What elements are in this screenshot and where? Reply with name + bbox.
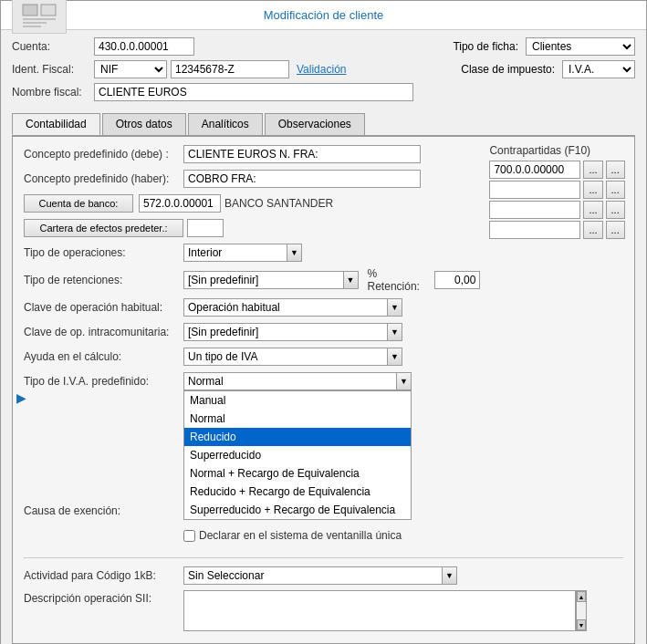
window-header: Modificación de cliente — [1, 1, 646, 30]
ayuda-calculo-dropdown[interactable]: Un tipo de IVA ▼ — [183, 348, 402, 366]
iva-option-reducido[interactable]: Reducido — [184, 428, 411, 446]
bank-info: BANCO SANTANDER — [139, 194, 333, 213]
clase-impuesto-section: Clase de impuesto: I.V.A. — [461, 60, 635, 78]
concepto-debe-label: Concepto predefinido (debe) : — [24, 148, 183, 161]
descripcion-scrollbar[interactable]: ▲ ▼ — [576, 590, 587, 631]
iva-option-superreducido-recargo[interactable]: Superreducido + Recargo de Equivalencia — [184, 501, 411, 519]
tipo-operaciones-label: Tipo de operaciones: — [24, 246, 183, 259]
cuenta-row: Cuenta: Tipo de ficha: Clientes — [12, 37, 635, 56]
clave-intra-dropdown[interactable]: [Sin predefinir] ▼ — [183, 323, 402, 341]
declarar-ventanilla-row: Declarar en el sistema de ventanilla úni… — [24, 525, 480, 545]
retencion-label: % Retención: — [368, 267, 428, 293]
actividad-dropdown[interactable]: Sin Seleccionar ▼ — [183, 566, 457, 585]
cartera-button[interactable]: Cartera de efectos predeter.: — [24, 219, 183, 237]
contra-btn-4a[interactable]: ... — [583, 221, 602, 239]
contra-row-2: ... ... — [489, 181, 624, 199]
contra-btn-2b[interactable]: ... — [606, 181, 625, 199]
bank-code-input[interactable] — [139, 194, 221, 213]
iva-option-normal-recargo[interactable]: Normal + Recargo de Equivalencia — [184, 464, 411, 483]
ayuda-calculo-row: Ayuda en el cálculo: Un tipo de IVA ▼ — [24, 347, 480, 367]
concepto-haber-input[interactable] — [183, 170, 421, 188]
tipo-ficha-label: Tipo de ficha: — [453, 40, 518, 53]
app-logo — [12, 0, 67, 34]
clave-operacion-arrow[interactable]: ▼ — [387, 299, 402, 316]
nombre-fiscal-input[interactable] — [94, 83, 413, 101]
contra-input-3[interactable] — [489, 201, 580, 219]
tipo-iva-value: Normal — [184, 373, 396, 390]
tipo-ficha-select[interactable]: Clientes — [526, 37, 635, 56]
clave-operacion-row: Clave de operación habitual: Operación h… — [24, 297, 480, 317]
contra-row-3: ... ... — [489, 201, 624, 219]
tab-analiticos[interactable]: Analíticos — [188, 113, 263, 135]
tipo-retenciones-value: [Sin predefinir] — [184, 272, 343, 288]
contra-btn-3b[interactable]: ... — [606, 201, 625, 219]
scrollbar-down[interactable]: ▼ — [577, 619, 586, 630]
contra-btn-4b[interactable]: ... — [606, 221, 625, 239]
tipo-operaciones-row: Tipo de operaciones: Interior ▼ — [24, 243, 480, 263]
contra-input-2[interactable] — [489, 181, 580, 199]
contra-btn-1a[interactable]: ... — [583, 161, 602, 179]
tipo-ficha-section: Tipo de ficha: Clientes — [453, 37, 635, 56]
concepto-debe-row: Concepto predefinido (debe) : — [24, 144, 480, 164]
tab-otros-datos[interactable]: Otros datos — [102, 113, 186, 135]
clave-operacion-dropdown[interactable]: Operación habitual ▼ — [183, 298, 402, 317]
declarar-ventanilla-label: Declarar en el sistema de ventanilla úni… — [199, 529, 402, 542]
clave-operacion-label: Clave de operación habitual: — [24, 301, 183, 314]
clase-impuesto-select[interactable]: I.V.A. — [562, 60, 635, 78]
cartera-row: Cartera de efectos predeter.: — [24, 218, 480, 238]
clave-intra-arrow[interactable]: ▼ — [387, 324, 402, 340]
tab-observaciones[interactable]: Observaciones — [265, 113, 365, 135]
svg-rect-1 — [41, 5, 56, 16]
tipo-retenciones-row: Tipo de retenciones: [Sin predefinir] ▼ … — [24, 267, 480, 293]
retencion-input[interactable] — [434, 271, 480, 289]
descripcion-area: ▲ ▼ — [183, 590, 587, 631]
tipo-operaciones-value: Interior — [184, 244, 287, 261]
actividad-value: Sin Seleccionar — [184, 567, 442, 584]
ident-fiscal-input[interactable] — [171, 60, 289, 78]
ident-fiscal-type-select[interactable]: NIF — [94, 60, 167, 78]
clave-intra-label: Clave de op. intracomunitaria: — [24, 326, 183, 338]
descripcion-textarea[interactable] — [183, 590, 576, 631]
clase-impuesto-label: Clase de impuesto: — [461, 63, 555, 76]
contra-btn-1b[interactable]: ... — [606, 161, 625, 179]
cuenta-input[interactable] — [94, 37, 194, 56]
iva-option-superreducido[interactable]: Superreducido — [184, 446, 411, 464]
tab-contabilidad[interactable]: Contabilidad — [12, 113, 100, 135]
contra-input-4[interactable] — [489, 221, 580, 239]
causa-exencion-label: Causa de exención: — [24, 504, 183, 517]
actividad-row: Actividad para Código 1kB: Sin Seleccion… — [24, 566, 623, 586]
concepto-haber-label: Concepto predefinido (haber): — [24, 172, 183, 185]
concepto-debe-input[interactable] — [183, 145, 421, 163]
ayuda-calculo-value: Un tipo de IVA — [184, 348, 387, 365]
contra-row-4: ... ... — [489, 221, 624, 239]
tipo-iva-arrow[interactable]: ▼ — [396, 373, 411, 390]
declarar-ventanilla-checkbox[interactable] — [183, 530, 195, 542]
main-window: Modificación de cliente Cuenta: Tipo de … — [0, 0, 647, 644]
tipo-iva-dropdown-container: Normal ▼ Manual Normal Reducido Superred… — [183, 372, 412, 390]
clave-intra-row: Clave de op. intracomunitaria: [Sin pred… — [24, 322, 480, 342]
validacion-link[interactable]: Validación — [297, 63, 346, 76]
actividad-arrow[interactable]: ▼ — [442, 567, 456, 584]
cuenta-banco-row: Cuenta de banco: BANCO SANTANDER — [24, 193, 480, 213]
right-column: Contrapartidas (F10) ... ... ... ... ... — [489, 144, 624, 550]
tipo-iva-dropdown[interactable]: Normal ▼ — [183, 372, 412, 390]
cartera-input[interactable] — [187, 219, 224, 237]
cuenta-banco-button[interactable]: Cuenta de banco: — [24, 194, 133, 213]
scrollbar-up[interactable]: ▲ — [577, 591, 586, 602]
contra-input-1[interactable] — [489, 161, 580, 179]
contra-btn-3a[interactable]: ... — [583, 201, 602, 219]
left-column: Concepto predefinido (debe) : Concepto p… — [24, 144, 480, 550]
ayuda-calculo-arrow[interactable]: ▼ — [387, 348, 402, 365]
iva-option-reducido-recargo[interactable]: Reducido + Recargo de Equivalencia — [184, 483, 411, 501]
nombre-fiscal-row: Nombre fiscal: — [12, 83, 635, 101]
iva-option-normal[interactable]: Normal — [184, 410, 411, 428]
tipo-operaciones-dropdown[interactable]: Interior ▼ — [183, 244, 302, 262]
tipo-operaciones-arrow[interactable]: ▼ — [287, 244, 301, 261]
iva-option-manual[interactable]: Manual — [184, 391, 411, 410]
contra-btn-2a[interactable]: ... — [583, 181, 602, 199]
tipo-retenciones-dropdown[interactable]: [Sin predefinir] ▼ — [183, 271, 359, 289]
bank-name-text: BANCO SANTANDER — [224, 197, 333, 210]
cuenta-label: Cuenta: — [12, 40, 94, 53]
tipo-retenciones-arrow[interactable]: ▼ — [343, 272, 358, 288]
tipo-retenciones-label: Tipo de retenciones: — [24, 274, 183, 286]
